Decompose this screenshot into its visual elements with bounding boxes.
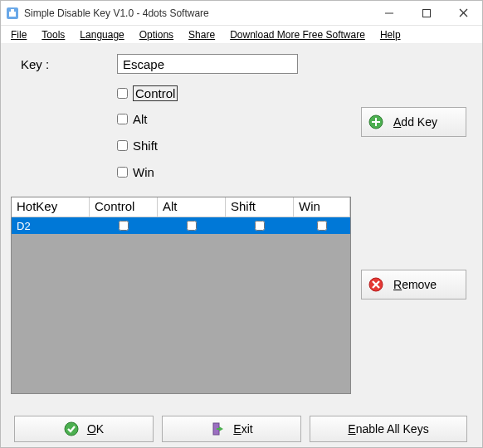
modifier-shift[interactable]: Shift [117,139,158,153]
add-icon [368,114,383,129]
menu-download[interactable]: Download More Free Software [223,27,372,42]
ok-icon [64,421,79,436]
modifier-control[interactable]: Control [117,85,178,101]
menu-file[interactable]: File [4,27,33,42]
key-input[interactable] [117,54,298,74]
modifier-alt[interactable]: Alt [117,112,148,126]
cell-win[interactable] [294,221,350,231]
menu-share[interactable]: Share [182,27,222,42]
menubar: File Tools Language Options Share Downlo… [1,26,482,44]
col-control[interactable]: Control [90,197,158,217]
col-shift[interactable]: Shift [226,197,294,217]
titlebar: Simple Disable Key V1.0 - 4dots Software [1,1,482,26]
remove-label: Remove [393,278,437,291]
maximize-button[interactable] [407,1,445,25]
win-label: Win [133,165,154,179]
control-checkbox[interactable] [117,88,128,99]
enable-all-keys-button[interactable]: Enable All Keys [310,416,467,442]
row-shift-checkbox[interactable] [255,221,265,231]
key-label: Key : [21,57,49,71]
menu-tools[interactable]: Tools [35,27,71,42]
alt-checkbox[interactable] [117,114,128,124]
row-alt-checkbox[interactable] [187,221,197,231]
col-win[interactable]: Win [294,197,350,217]
modifier-win[interactable]: Win [117,165,154,179]
control-label: Control [133,85,178,101]
table-row[interactable]: D2 [12,217,350,234]
exit-icon [210,421,225,436]
enable-all-label: Enable All Keys [348,422,428,436]
shift-checkbox[interactable] [117,140,128,151]
svg-rect-9 [372,121,380,123]
ok-button[interactable]: OK [14,416,154,442]
cell-shift[interactable] [226,221,294,231]
exit-label: Exit [233,422,252,436]
ok-label: OK [87,422,104,436]
remove-button[interactable]: Remove [361,270,466,299]
alt-label: Alt [133,112,148,126]
svg-rect-4 [422,9,430,17]
minimize-button[interactable] [370,1,407,25]
col-hotkey[interactable]: HotKey [12,197,90,217]
menu-options[interactable]: Options [133,27,180,42]
close-button[interactable] [445,1,482,25]
menu-language[interactable]: Language [73,27,130,42]
shift-label: Shift [133,139,158,153]
cell-hotkey: D2 [12,220,90,232]
window-controls [370,1,482,25]
col-alt[interactable]: Alt [158,197,226,217]
add-key-button[interactable]: Add Key [361,107,466,137]
cell-alt[interactable] [158,221,226,231]
row-win-checkbox[interactable] [317,221,327,231]
app-icon [6,7,19,20]
remove-icon [368,277,383,292]
exit-button[interactable]: Exit [162,416,301,442]
row-control-checkbox[interactable] [119,221,129,231]
win-checkbox[interactable] [117,167,128,178]
add-key-label: Add Key [393,115,437,129]
menu-help[interactable]: Help [373,27,407,42]
svg-rect-2 [11,9,14,12]
hotkey-grid[interactable]: HotKey Control Alt Shift Win D2 [11,197,351,394]
grid-header: HotKey Control Alt Shift Win [12,197,350,217]
cell-control[interactable] [90,221,158,231]
window-title: Simple Disable Key V1.0 - 4dots Software [24,7,370,19]
svg-rect-16 [217,428,220,430]
client-area: Key : Control Alt Shift Win Add Key Remo… [1,44,482,447]
